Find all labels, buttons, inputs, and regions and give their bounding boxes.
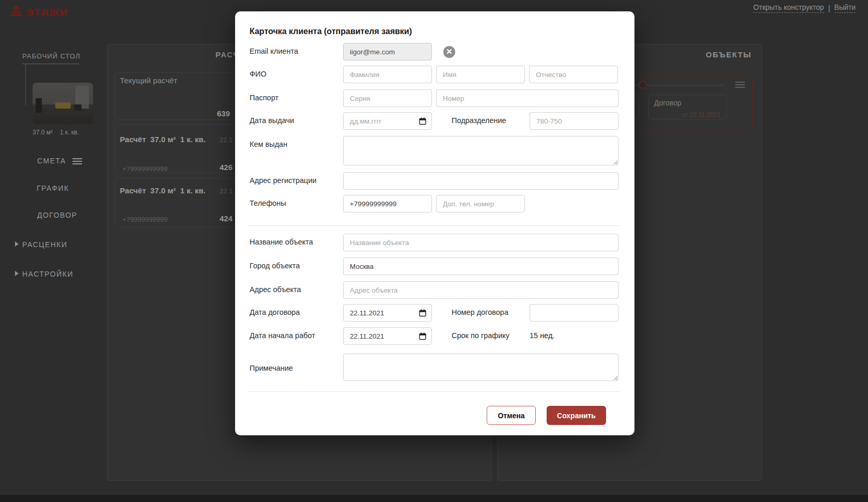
schedule-value: 15 нед. [530,327,554,345]
work-start-row: Дата начала работ Срок по графику 15 нед… [250,327,634,345]
note-label: Примечание [250,354,343,372]
object-address-input[interactable] [343,281,618,299]
extra-phone-input[interactable] [436,195,525,212]
issued-by-textarea[interactable] [343,136,618,165]
last-name-input[interactable] [343,66,432,83]
issued-by-label: Кем выдан [250,136,343,148]
note-row: Примечание [250,354,634,381]
issue-date-field [343,112,432,130]
issue-date-row: Дата выдачи Подразделение [250,112,634,130]
object-name-row: Название объекта [250,234,634,251]
calendar-icon[interactable] [419,117,427,127]
section-divider [249,225,620,226]
calendar-icon[interactable] [419,332,427,342]
contract-date-label: Дата договора [250,304,343,316]
object-address-row: Адрес объекта [250,281,634,299]
cancel-button[interactable]: Отмена [487,406,536,425]
passport-label: Паспорт [250,89,343,102]
object-city-label: Город объекта [250,257,343,270]
work-start-date-field [343,327,432,345]
phone-input[interactable] [343,195,432,212]
footer-divider [249,391,620,392]
client-card-modal: Карточка клиента (отправителя заявки) Em… [235,11,634,435]
fio-row: ФИО [250,66,634,83]
contract-number-label: Номер договора [436,304,525,322]
save-button[interactable]: Сохранить [547,406,606,425]
object-address-label: Адрес объекта [250,281,343,294]
note-textarea[interactable] [343,354,618,381]
contract-date-row: Дата договора Номер договора [250,304,634,322]
phones-label: Телефоны [250,195,343,207]
passport-number-input[interactable] [436,89,618,107]
fio-label: ФИО [250,66,343,78]
contract-date-field [343,304,432,322]
modal-title: Карточка клиента (отправителя заявки) [250,27,634,37]
clear-email-button[interactable] [443,46,455,58]
passport-series-input[interactable] [343,89,432,107]
email-row: Email клиента [250,43,634,60]
email-input[interactable] [343,43,432,60]
phones-row: Телефоны [250,195,634,212]
object-city-row: Город объекта [250,257,634,275]
division-input[interactable] [530,112,618,130]
object-name-input[interactable] [343,234,618,251]
schedule-label: Срок по графику [436,327,525,345]
issue-date-label: Дата выдачи [250,112,343,125]
issued-by-row: Кем выдан [250,136,634,165]
work-start-label: Дата начала работ [250,327,343,340]
first-name-input[interactable] [436,66,525,83]
reg-address-input[interactable] [343,172,618,190]
calendar-icon[interactable] [419,309,427,319]
division-label: Подразделение [436,112,525,130]
middle-name-input[interactable] [529,66,618,83]
reg-address-label: Адрес регистрации [250,172,343,185]
reg-address-row: Адрес регистрации [250,172,634,190]
passport-row: Паспорт [250,89,634,107]
modal-actions: Отмена Сохранить [250,406,634,425]
object-name-label: Название объекта [250,234,343,246]
contract-number-input[interactable] [530,304,618,322]
object-city-input[interactable] [343,257,618,275]
email-label: Email клиента [250,43,343,55]
close-icon [446,48,452,56]
